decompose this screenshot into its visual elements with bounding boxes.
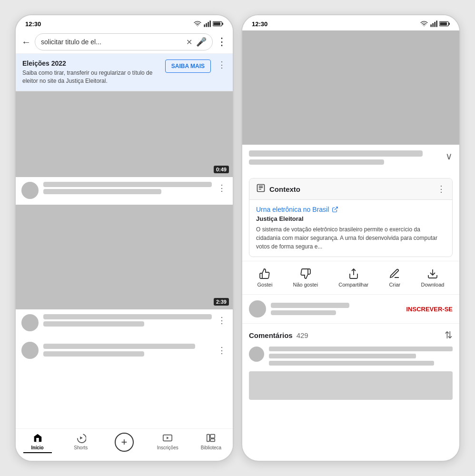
banner-content: Eleições 2022 Saiba como tirar, transfer… bbox=[22, 60, 160, 85]
comment-line-3 bbox=[269, 361, 434, 366]
video-line-5 bbox=[43, 344, 195, 349]
video-more-icon-3[interactable]: ⋮ bbox=[217, 344, 227, 357]
download-button[interactable]: Download bbox=[421, 268, 444, 288]
channel-subs-line bbox=[271, 310, 336, 315]
video-card-1: 0:49 ⋮ bbox=[16, 91, 233, 204]
svg-rect-2 bbox=[208, 22, 209, 27]
status-icons-right bbox=[420, 20, 450, 28]
info-line-1 bbox=[249, 150, 423, 157]
like-button[interactable]: Gostei bbox=[257, 268, 273, 288]
expand-icon[interactable]: ∨ bbox=[445, 150, 453, 162]
video-thumbnail-2[interactable]: 2:39 bbox=[16, 205, 233, 309]
comments-header: Comentários 429 ⇅ bbox=[249, 329, 453, 341]
thumbdown-icon bbox=[300, 268, 311, 279]
status-time-left: 12:30 bbox=[25, 20, 41, 28]
channel-avatar-2 bbox=[21, 314, 39, 331]
dislike-button[interactable]: Não gostei bbox=[293, 268, 318, 288]
nav-label-library: Biblioteca bbox=[201, 445, 221, 450]
subscribe-button[interactable]: INSCREVER-SE bbox=[406, 306, 453, 313]
nav-label-shorts: Shorts bbox=[74, 445, 88, 450]
info-lines bbox=[249, 150, 442, 165]
mic-icon[interactable]: 🎤 bbox=[196, 37, 207, 47]
nav-label-subscriptions: Inscrições bbox=[157, 445, 178, 450]
battery-icon-right bbox=[439, 21, 450, 27]
video-more-icon-1[interactable]: ⋮ bbox=[217, 182, 227, 194]
svg-rect-17 bbox=[440, 22, 447, 25]
nav-label-home: Início bbox=[31, 445, 44, 450]
video-card-3-partial: ⋮ bbox=[16, 337, 233, 364]
back-icon[interactable]: ← bbox=[21, 37, 31, 48]
saiba-mais-button[interactable]: SAIBA MAIS bbox=[165, 60, 211, 73]
subscriptions-icon bbox=[162, 433, 173, 443]
phone-left: 12:30 bbox=[15, 14, 234, 462]
create-button[interactable]: Criar bbox=[389, 268, 400, 288]
video-meta-1: ⋮ bbox=[16, 177, 233, 204]
svg-rect-8 bbox=[207, 435, 210, 442]
dislike-label: Não gostei bbox=[293, 282, 318, 288]
download-label: Download bbox=[421, 282, 444, 288]
banner-more-icon[interactable]: ⋮ bbox=[218, 60, 226, 70]
home-icon bbox=[32, 433, 43, 443]
comments-title: Comentários bbox=[249, 331, 293, 339]
share-button[interactable]: Compartilhar bbox=[338, 268, 368, 288]
comments-count: 429 bbox=[297, 331, 308, 339]
video-info-1 bbox=[43, 182, 212, 194]
nav-item-shorts[interactable]: Shorts bbox=[59, 433, 102, 453]
context-description: O sistema de votação eletrônico brasilei… bbox=[256, 225, 445, 251]
info-row: ∨ bbox=[249, 150, 453, 165]
channel-name-line bbox=[271, 303, 349, 308]
battery-icon bbox=[213, 21, 223, 27]
context-link-text: Urna eletrônica no Brasil bbox=[256, 206, 329, 213]
external-link-icon bbox=[332, 206, 338, 213]
nav-item-subscriptions[interactable]: Inscrições bbox=[146, 433, 189, 453]
context-icon bbox=[256, 183, 266, 195]
clear-icon[interactable]: ✕ bbox=[186, 38, 192, 47]
search-input-area[interactable]: solicitar titulo de el... ✕ 🎤 bbox=[35, 33, 213, 50]
context-link[interactable]: Urna eletrônica no Brasil bbox=[256, 206, 445, 213]
create-label: Criar bbox=[389, 282, 400, 288]
video-info-2 bbox=[43, 314, 212, 327]
download-icon bbox=[427, 268, 438, 279]
nav-item-home[interactable]: Início bbox=[16, 433, 59, 453]
svg-rect-3 bbox=[209, 20, 211, 27]
video-title-line-4 bbox=[43, 321, 144, 327]
thumbup-icon bbox=[259, 268, 270, 279]
video-duration-1: 0:49 bbox=[214, 166, 229, 173]
share-icon bbox=[348, 268, 359, 279]
banner: Eleições 2022 Saiba como tirar, transfer… bbox=[16, 54, 233, 91]
commenter-avatar-1 bbox=[249, 347, 264, 362]
svg-rect-10 bbox=[210, 439, 215, 442]
more-options-icon[interactable]: ⋮ bbox=[217, 36, 227, 48]
svg-rect-16 bbox=[449, 23, 450, 25]
video-thumbnail-1[interactable]: 0:49 bbox=[16, 91, 233, 177]
video-detail-scroll: ∨ Contexto ⋮ Urna ele bbox=[242, 145, 459, 449]
video-meta-2: ⋮ bbox=[16, 309, 233, 336]
context-more-icon[interactable]: ⋮ bbox=[437, 184, 445, 194]
add-icon[interactable]: + bbox=[115, 433, 134, 452]
svg-rect-6 bbox=[213, 22, 220, 25]
nav-item-add[interactable]: + bbox=[102, 433, 146, 453]
context-body: Urna eletrônica no Brasil Justiça Eleito… bbox=[249, 200, 452, 257]
search-bar: ← solicitar titulo de el... ✕ 🎤 ⋮ bbox=[16, 30, 233, 54]
video-player[interactable] bbox=[242, 30, 459, 145]
nav-item-library[interactable]: Biblioteca bbox=[189, 433, 233, 453]
wifi-icon-right bbox=[420, 20, 428, 28]
status-icons-left bbox=[194, 20, 223, 28]
signal-icon-right bbox=[430, 20, 437, 28]
channel-avatar-3 bbox=[21, 342, 39, 359]
svg-rect-11 bbox=[430, 24, 432, 27]
video-title-line-2 bbox=[43, 189, 161, 194]
channel-row: INSCREVER-SE bbox=[242, 295, 459, 324]
svg-rect-14 bbox=[436, 20, 437, 27]
context-title: Contexto bbox=[269, 185, 433, 193]
shorts-icon bbox=[76, 433, 86, 443]
info-line-2 bbox=[249, 159, 384, 165]
comment-block-2 bbox=[249, 371, 453, 400]
channel-avatar-detail bbox=[249, 300, 266, 317]
comment-lines-1 bbox=[269, 347, 453, 366]
sort-icon[interactable]: ⇅ bbox=[445, 329, 453, 341]
comment-1 bbox=[249, 347, 453, 366]
video-more-icon-2[interactable]: ⋮ bbox=[217, 314, 227, 327]
svg-rect-13 bbox=[434, 22, 435, 27]
context-panel: Contexto ⋮ Urna eletrônica no Brasil Jus… bbox=[249, 178, 453, 257]
